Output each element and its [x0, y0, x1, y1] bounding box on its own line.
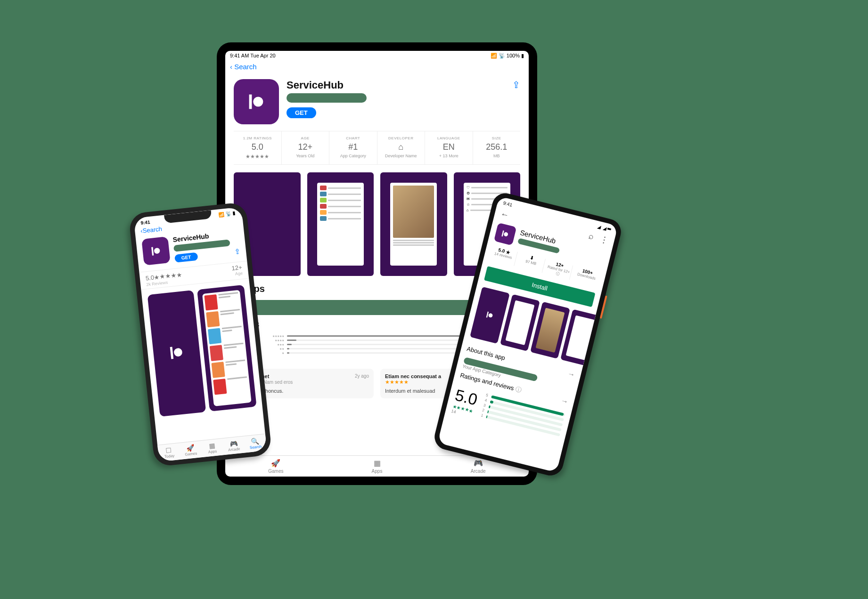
app-icon [234, 79, 279, 124]
screenshot[interactable] [147, 290, 206, 417]
app-icon [141, 236, 171, 266]
svg-rect-0 [249, 95, 252, 109]
chevron-right-icon: → [560, 396, 569, 406]
svg-point-7 [503, 232, 508, 237]
iphone-screen: 9:41 📶 📡 ▮ ‹Search ServiceHub GET ⇪ 5.0★… [133, 207, 267, 461]
get-button[interactable]: GET [287, 107, 316, 118]
tab-search[interactable]: 🔍Search [244, 434, 267, 453]
svg-point-5 [173, 348, 182, 356]
get-button[interactable]: GET [174, 252, 198, 263]
tab-today[interactable]: ☐Today [157, 443, 180, 462]
screenshot-carousel[interactable] [141, 281, 263, 421]
screenshot[interactable] [197, 285, 257, 412]
tab-apps[interactable]: ▦Apps [327, 456, 428, 477]
grid-icon: ▦ [327, 459, 428, 468]
back-icon[interactable]: ← [499, 209, 510, 221]
tab-games[interactable]: 🚀Games [225, 456, 327, 477]
tab-games[interactable]: 🚀Games [179, 441, 202, 460]
share-icon[interactable]: ⇪ [234, 247, 241, 256]
more-icon[interactable]: ⋮ [599, 234, 610, 246]
svg-point-3 [154, 248, 160, 254]
meta-age: AGE 12+ Years Old [282, 131, 330, 164]
svg-rect-6 [501, 230, 504, 236]
search-icon[interactable]: ⌕ [588, 231, 595, 242]
screenshot[interactable] [307, 172, 374, 276]
subtitle-redacted [287, 93, 367, 103]
meta-rating: 5.0 ★ 14 reviews [489, 245, 518, 266]
ipad-status-right: 📶 📡 100% ▮ [491, 53, 524, 59]
share-icon[interactable]: ⇪ [512, 79, 520, 124]
app-title: ServiceHub [287, 79, 505, 91]
rocket-icon: 🚀 [225, 459, 327, 468]
meta-chart: CHART #1 App Category [329, 131, 377, 164]
back-to-search[interactable]: ‹ Search [225, 61, 529, 73]
chevron-right-icon: → [566, 369, 576, 379]
meta-developer: DEVELOPER ⌂ Developer Name [377, 131, 426, 164]
meta-language: LANGUAGE EN + 13 More [425, 131, 473, 164]
svg-rect-4 [170, 347, 173, 359]
svg-point-1 [253, 97, 263, 106]
svg-rect-2 [151, 247, 154, 256]
ipad-status-time: 9:41 AM Tue Apr 20 [230, 53, 276, 59]
tab-arcade[interactable]: 🎮Arcade [222, 437, 245, 455]
meta-size: ⬇ 97 MB [517, 252, 546, 273]
power-button [600, 295, 607, 318]
svg-point-9 [488, 313, 493, 318]
meta-ratings: 1.2M RATINGS 5.0 ★★★★★ [234, 131, 282, 164]
meta-downloads: 100+ Downloads [573, 266, 601, 286]
meta-size: SIZE 256.1 MB [473, 131, 521, 164]
screenshot[interactable] [380, 172, 447, 276]
app-meta-row: 1.2M RATINGS 5.0 ★★★★★ AGE 12+ Years Old… [234, 131, 520, 165]
tab-apps[interactable]: ▦Apps [201, 438, 224, 457]
ipad-status-bar: 9:41 AM Tue Apr 20 📶 📡 100% ▮ [225, 51, 529, 61]
app-header: ServiceHub GET ⇪ [225, 73, 529, 131]
svg-rect-8 [486, 312, 489, 318]
meta-age: 12+ Rated for 12+ ⓘ [545, 259, 573, 280]
redacted-row [234, 300, 479, 315]
